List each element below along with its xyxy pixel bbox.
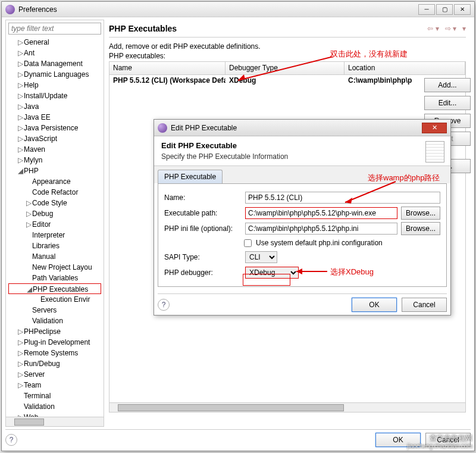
dialog-header-title: Edit PHP Executable: [161, 141, 443, 150]
col-debugger[interactable]: Debugger Type: [226, 62, 345, 74]
add-button[interactable]: Add...: [424, 78, 471, 92]
tree-item-interpreter[interactable]: Interpreter: [8, 230, 101, 240]
exec-path-label: Executable path:: [164, 209, 242, 217]
tree-item-data-management[interactable]: ▷Data Management: [8, 58, 101, 69]
tree-item-dynamic-languages[interactable]: ▷Dynamic Languages: [8, 69, 101, 80]
tree-item-run-debug[interactable]: ▷Run/Debug: [8, 358, 101, 369]
ini-browse-button[interactable]: Browse...: [401, 222, 440, 235]
nav-icons[interactable]: ⇦ ▾ ⇨ ▾ ▾: [427, 24, 466, 33]
dialog-close-button[interactable]: ✕: [422, 123, 447, 133]
tree-item-server[interactable]: ▷Server: [8, 369, 101, 380]
table-row[interactable]: PHP 5.5.12 (CLI) (Workspace Defa... XDeb…: [109, 75, 465, 87]
titlebar[interactable]: Preferences ─ ▢ ✕: [2, 2, 474, 17]
bottom-bar: ? OK Cancel: [5, 429, 471, 447]
cell-debugger: XDebug: [226, 75, 345, 87]
tree-item-php[interactable]: ◢PHP: [8, 165, 101, 176]
col-name[interactable]: Name: [109, 62, 226, 74]
help-icon[interactable]: ?: [5, 434, 17, 446]
name-input[interactable]: [245, 192, 440, 204]
tree-item-javascript[interactable]: ▷JavaScript: [8, 133, 101, 144]
dialog-header-sub: Specify the PHP Executable Information: [161, 152, 443, 161]
tree-item-servers[interactable]: Servers: [8, 305, 101, 315]
tree-item-execution-envir[interactable]: Execution Envir: [8, 294, 101, 305]
edit-php-executable-dialog: Edit PHP Executable ✕ Edit PHP Executabl…: [154, 119, 451, 315]
tree-item-mylyn[interactable]: ▷Mylyn: [8, 155, 101, 165]
tree-item-php-executables[interactable]: ◢PHP Executables: [8, 283, 101, 294]
col-location[interactable]: Location: [345, 62, 465, 74]
close-button[interactable]: ✕: [454, 4, 471, 15]
tree-item-plug-in-development[interactable]: ▷Plug-in Development: [8, 337, 101, 348]
tree-item-terminal[interactable]: Terminal: [8, 390, 101, 401]
use-default-ini-checkbox[interactable]: [244, 239, 252, 247]
window-title: Preferences: [18, 5, 418, 14]
tree-item-maven[interactable]: ▷Maven: [8, 144, 101, 155]
tree-item-validation[interactable]: Validation: [8, 315, 101, 326]
dialog-cancel-button[interactable]: Cancel: [402, 298, 447, 312]
tree-item-new-project-layou[interactable]: New Project Layou: [8, 262, 101, 273]
server-icon: [425, 141, 444, 163]
exec-path-input[interactable]: [245, 207, 397, 219]
minimize-button[interactable]: ─: [418, 4, 435, 15]
edit-button[interactable]: Edit...: [424, 96, 471, 110]
ini-input[interactable]: [245, 223, 397, 235]
app-icon: [5, 5, 15, 14]
name-label: Name:: [164, 193, 242, 202]
dialog-ok-button[interactable]: OK: [352, 298, 397, 312]
tree-item-ant[interactable]: ▷Ant: [8, 48, 101, 58]
tree-item-debug[interactable]: ▷Debug: [8, 208, 101, 219]
dialog-title: Edit PHP Executable: [171, 124, 422, 132]
sapi-select[interactable]: CLI: [245, 251, 277, 263]
tree-item-validation[interactable]: Validation: [8, 401, 101, 412]
dialog-header: Edit PHP Executable Specify the PHP Exec…: [154, 136, 450, 166]
tree-item-team[interactable]: ▷Team: [8, 380, 101, 390]
tree-item-java-persistence[interactable]: ▷Java Persistence: [8, 123, 101, 133]
debugger-select[interactable]: XDebug: [245, 267, 299, 279]
sidebar-scrollbar[interactable]: [6, 417, 104, 426]
watermark: 查字典教程网 jiaocheng.chazidian.com: [407, 434, 472, 451]
exec-browse-button[interactable]: Browse...: [401, 207, 440, 220]
filter-input[interactable]: [8, 23, 101, 35]
tree-item-java-ee[interactable]: ▷Java EE: [8, 112, 101, 123]
preferences-tree[interactable]: ▷General▷Ant▷Data Management▷Dynamic Lan…: [8, 37, 101, 427]
panel-title: PHP Executables: [109, 24, 427, 33]
sapi-label: SAPI Type:: [164, 253, 242, 261]
debugger-label: PHP debugger:: [164, 268, 242, 277]
tree-item-code-refactor[interactable]: Code Refactor: [8, 187, 101, 198]
dialog-help-icon[interactable]: ?: [158, 299, 170, 311]
ini-label: PHP ini file (optional):: [164, 224, 242, 233]
dialog-bottom-bar: ? OK Cancel: [158, 293, 447, 311]
tree-item-phpeclipse[interactable]: ▷PHPeclipse: [8, 326, 101, 337]
tree-item-path-variables[interactable]: Path Variables: [8, 273, 101, 283]
preferences-tree-panel: ▷General▷Ant▷Data Management▷Dynamic Lan…: [5, 20, 104, 427]
dialog-icon: [158, 123, 167, 133]
dialog-titlebar[interactable]: Edit PHP Executable ✕: [154, 120, 450, 136]
use-default-ini-label: Use system default php.ini configuration: [256, 239, 383, 247]
tree-item-code-style[interactable]: ▷Code Style: [8, 198, 101, 208]
tree-item-manual[interactable]: Manual: [8, 251, 101, 262]
tree-item-libraries[interactable]: Libraries: [8, 240, 101, 251]
tab-php-executable[interactable]: PHP Executable: [158, 170, 223, 183]
dialog-form: Name: Executable path: Browse... PHP ini…: [158, 183, 447, 287]
tree-item-editor[interactable]: ▷Editor: [8, 219, 101, 230]
table-scrollbar[interactable]: [109, 402, 465, 412]
panel-description: Add, remove or edit PHP executable defin…: [109, 42, 466, 51]
cell-name: PHP 5.5.12 (CLI) (Workspace Defa...: [109, 75, 226, 87]
list-label: PHP executables:: [109, 52, 466, 60]
tree-item-java[interactable]: ▷Java: [8, 101, 101, 112]
tree-item-help[interactable]: ▷Help: [8, 80, 101, 90]
tree-item-remote-systems[interactable]: ▷Remote Systems: [8, 348, 101, 358]
tree-item-install-update[interactable]: ▷Install/Update: [8, 90, 101, 101]
maximize-button[interactable]: ▢: [436, 4, 453, 15]
tree-item-appearance[interactable]: Appearance: [8, 176, 101, 187]
tree-item-general[interactable]: ▷General: [8, 37, 101, 48]
